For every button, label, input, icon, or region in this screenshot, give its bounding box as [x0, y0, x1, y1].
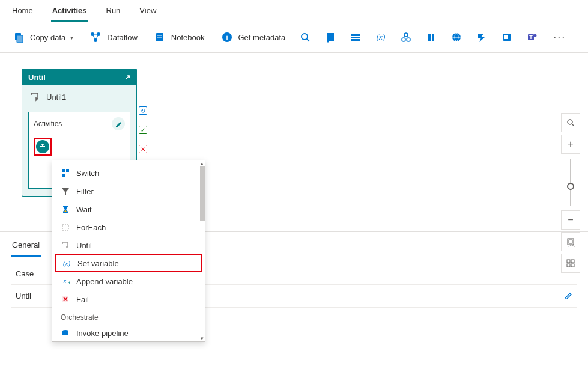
- skip-handle[interactable]: ↻: [139, 106, 147, 115]
- svg-point-17: [402, 38, 405, 41]
- activities-label: Activities: [34, 120, 62, 128]
- fail-handle[interactable]: ✕: [139, 145, 147, 153]
- svg-text:x: x: [63, 278, 67, 284]
- menu-item-invoke-pipeline[interactable]: Invoke pipeline: [52, 324, 205, 340]
- activity-handles: ↻ ✓ ✕: [139, 106, 147, 153]
- append-variable-icon: x+: [61, 276, 70, 286]
- zoom-out-button[interactable]: −: [561, 210, 580, 230]
- success-handle[interactable]: ✓: [139, 126, 147, 134]
- add-activity-button[interactable]: [34, 138, 52, 156]
- svg-point-18: [407, 38, 410, 41]
- svg-text:+: +: [68, 280, 70, 285]
- azure-function-icon[interactable]: [474, 29, 489, 45]
- svg-rect-20: [428, 34, 431, 41]
- panel-tab-general[interactable]: General: [11, 238, 41, 257]
- svg-rect-7: [157, 37, 162, 38]
- more-button[interactable]: ···: [550, 31, 569, 44]
- svg-text:T: T: [530, 34, 533, 40]
- svg-rect-40: [62, 174, 65, 177]
- svg-rect-1: [17, 35, 23, 43]
- zoom-in-button[interactable]: +: [561, 135, 580, 154]
- tab-run[interactable]: Run: [105, 4, 122, 22]
- teams-icon[interactable]: T: [524, 29, 540, 45]
- svg-rect-47: [62, 331, 68, 335]
- menu-item-append-variable[interactable]: x+ Append variable: [52, 272, 205, 290]
- script-icon[interactable]: [323, 29, 338, 45]
- wait-icon: [61, 204, 70, 214]
- delete-icon[interactable]: [423, 29, 439, 45]
- svg-text:(x): (x): [377, 32, 385, 41]
- scroll-up-icon[interactable]: ▴: [199, 160, 205, 166]
- svg-line-31: [572, 124, 574, 126]
- menu-item-foreach[interactable]: ForEach: [52, 218, 205, 236]
- menu-item-filter[interactable]: Filter: [52, 182, 205, 200]
- menu-item-switch[interactable]: Switch: [52, 164, 205, 182]
- toolbar: Copy data ▾ Dataflow Notebook i Get meta…: [0, 22, 588, 53]
- zoom-search-button[interactable]: [561, 113, 580, 132]
- pipeline-icon: [61, 328, 70, 338]
- add-activity-menu: Switch Filter Wait ForEach Until (x) Set…: [52, 160, 205, 342]
- menu-label: Filter: [76, 187, 94, 196]
- foreach-icon: [61, 222, 70, 232]
- zoom-slider[interactable]: [570, 159, 571, 206]
- info-icon: i: [219, 29, 235, 45]
- tab-activities[interactable]: Activities: [51, 4, 88, 22]
- svg-text:(x): (x): [63, 260, 71, 267]
- copy-data-button[interactable]: Copy data ▾: [8, 27, 76, 47]
- menu-label: Invoke pipeline: [76, 329, 129, 338]
- lookup-icon[interactable]: [297, 29, 313, 45]
- menu-label: Append variable: [76, 277, 133, 286]
- get-metadata-button[interactable]: i Get metadata: [217, 27, 288, 47]
- menu-item-set-variable[interactable]: (x) Set variable: [55, 254, 202, 272]
- fail-icon: [61, 294, 70, 304]
- variable-icon[interactable]: (x): [373, 29, 389, 45]
- menu-label: Fail: [76, 295, 89, 304]
- expand-icon[interactable]: ↗: [125, 73, 130, 81]
- menu-label: Wait: [76, 205, 92, 214]
- zoom-slider-thumb[interactable]: [567, 183, 574, 190]
- filter-icon: [61, 186, 70, 196]
- svg-rect-21: [432, 34, 434, 41]
- menu-scrollbar[interactable]: ▴ ▾: [199, 160, 205, 341]
- svg-point-29: [534, 34, 537, 37]
- chevron-down-icon: ▾: [70, 34, 73, 41]
- until-icon: [61, 240, 70, 250]
- svg-rect-14: [351, 37, 360, 38]
- dataflow-label: Dataflow: [107, 33, 138, 42]
- notebook-label: Notebook: [171, 33, 205, 42]
- edit-activities-button[interactable]: [112, 117, 125, 130]
- svg-point-19: [404, 33, 408, 37]
- menu-item-fail[interactable]: Fail: [52, 290, 205, 308]
- scroll-thumb[interactable]: [200, 166, 205, 221]
- switch-icon: [61, 168, 70, 178]
- collapse-panel-button[interactable]: ︿: [568, 239, 576, 250]
- scroll-down-icon[interactable]: ▾: [199, 335, 205, 341]
- svg-rect-6: [157, 35, 162, 36]
- copy-data-label: Copy data: [30, 33, 65, 42]
- svg-rect-41: [62, 224, 68, 230]
- set-variable-icon: (x): [62, 258, 71, 268]
- dataflow-icon: [88, 29, 103, 45]
- menu-item-wait[interactable]: Wait: [52, 200, 205, 218]
- menu-label: Until: [76, 241, 92, 250]
- copy-data-icon: [11, 29, 26, 45]
- dataflow-button[interactable]: Dataflow: [85, 27, 140, 47]
- until-title-label: Until: [28, 73, 46, 82]
- tab-view[interactable]: View: [138, 4, 157, 22]
- svg-text:i: i: [226, 34, 228, 41]
- edit-field-button[interactable]: [564, 291, 572, 301]
- svg-rect-15: [351, 39, 360, 41]
- svg-line-11: [307, 39, 309, 41]
- menu-section-orchestrate: Orchestrate: [52, 308, 205, 324]
- stored-proc-icon[interactable]: [348, 29, 363, 45]
- notebook-button[interactable]: Notebook: [150, 27, 207, 47]
- svg-point-30: [568, 120, 572, 124]
- menu-item-until[interactable]: Until: [52, 236, 205, 254]
- webhook-icon[interactable]: [398, 29, 414, 45]
- menu-label: Set variable: [77, 259, 119, 268]
- tab-home[interactable]: Home: [11, 4, 34, 22]
- notebook-icon: [152, 29, 168, 45]
- get-metadata-label: Get metadata: [238, 33, 286, 42]
- outlook-icon[interactable]: [499, 29, 515, 45]
- web-icon[interactable]: [449, 29, 464, 45]
